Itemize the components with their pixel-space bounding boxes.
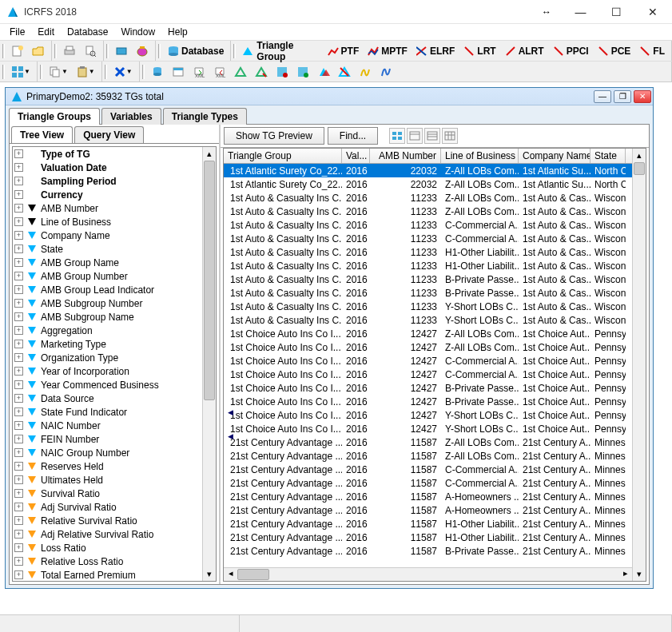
tree-item[interactable]: + Reserves Held [13, 459, 216, 473]
header-amb[interactable]: AMB Number [370, 149, 441, 163]
scroll-thumb[interactable] [634, 162, 645, 175]
expand-icon[interactable]: + [14, 448, 23, 457]
expand-icon[interactable]: + [14, 421, 23, 430]
scroll-left[interactable]: ◂ [224, 568, 237, 581]
tree-item[interactable]: + AMB Subgroup Number [13, 296, 216, 310]
grid-row[interactable]: 1st Auto & Casualty Ins C... 2016 11233 … [224, 259, 632, 272]
header-lob[interactable]: Line of Business [441, 149, 519, 163]
ptf-tab[interactable]: PTF [324, 42, 363, 60]
pce-tab[interactable]: PCE [594, 42, 634, 60]
expand-icon[interactable]: + [14, 435, 23, 443]
expand-icon[interactable]: + [14, 326, 23, 335]
grid-row[interactable]: 1st Choice Auto Ins Co I... 2016 12427 C… [224, 354, 632, 368]
grid-row[interactable]: 21st Century Advantage ... 2016 11587 C-… [224, 463, 632, 476]
tree-item[interactable]: + Ultimates Held [13, 473, 216, 487]
grid-row[interactable]: 1st Atlantic Surety Co_22... 2016 22032 … [224, 164, 632, 177]
tab-variables[interactable]: Variables [101, 108, 161, 125]
tree-item[interactable]: + Sampling Period [13, 174, 216, 188]
menu-file[interactable]: File [3, 25, 31, 39]
expand-icon[interactable]: + [14, 503, 23, 511]
grid-row[interactable]: 21st Century Advantage ... 2016 11587 B-… [224, 544, 632, 558]
tree-item[interactable]: + AMB Subgroup Name [13, 310, 216, 324]
tree-item[interactable]: + Year Commenced Business [13, 378, 216, 392]
grid-header[interactable]: Triangle Group Val... AMB Number Line of… [224, 149, 646, 164]
view-mode-icon-3[interactable] [424, 128, 440, 144]
grid-row[interactable]: 1st Choice Auto Ins Co I... 2016 12427 Z… [224, 327, 632, 340]
tree-item[interactable]: + Total Earned Premium [13, 568, 216, 582]
tree-item[interactable]: + Data Source [13, 392, 216, 405]
mptf-tab[interactable]: MPTF [364, 42, 411, 60]
grid-row[interactable]: 1st Choice Auto Ins Co I... 2016 12427 C… [224, 368, 632, 381]
tab-triangle-types[interactable]: Triangle Types [163, 108, 247, 125]
expand-icon[interactable]: + [14, 272, 23, 280]
alrt-tab[interactable]: ALRT [501, 42, 547, 60]
tree-vscroll[interactable]: ▴ ▾ [202, 147, 216, 581]
view-mode-icon-1[interactable] [389, 128, 405, 144]
tree-item[interactable]: + Loss Ratio [13, 541, 216, 554]
grid-row[interactable]: 1st Auto & Casualty Ins C... 2016 11233 … [224, 313, 632, 327]
print-button[interactable] [60, 42, 79, 60]
grid-hscroll[interactable]: ◂ ▸ [224, 567, 632, 581]
tree-item[interactable]: + Year of Incorporation [13, 364, 216, 378]
db-icon-1[interactable] [148, 63, 167, 81]
tree-item[interactable]: + Type of TG [13, 147, 216, 161]
maximize-button[interactable]: ☐ [598, 0, 634, 23]
db-icon-2[interactable] [169, 63, 188, 81]
grid-dropdown[interactable]: ▼ [8, 63, 34, 81]
tree-item[interactable]: + AMB Group Lead Indicator [13, 283, 216, 296]
preview-button[interactable] [81, 42, 100, 60]
new-button[interactable] [8, 42, 27, 60]
expand-icon[interactable]: + [14, 462, 23, 471]
grid-row[interactable]: 1st Auto & Casualty Ins C... 2016 11233 … [224, 286, 632, 300]
expand-icon[interactable]: + [14, 570, 23, 579]
close-button[interactable]: ✕ [634, 0, 670, 23]
tool-d[interactable] [293, 63, 312, 81]
tree-item[interactable]: + Survival Ratio [13, 487, 216, 500]
tree-item[interactable]: + Organization Type [13, 351, 216, 364]
scroll-down[interactable]: ▾ [633, 567, 646, 581]
tree-item[interactable]: + Adj Relative Survival Ratio [13, 527, 216, 541]
tool-g[interactable] [356, 63, 375, 81]
expand-icon[interactable]: + [14, 217, 23, 226]
grid-row[interactable]: 1st Auto & Casualty Ins C... 2016 11233 … [224, 205, 632, 218]
expand-icon[interactable]: + [14, 557, 23, 566]
xml-import[interactable]: XML [210, 63, 229, 81]
fl-tab[interactable]: FL [635, 42, 668, 60]
header-val[interactable]: Val... [342, 149, 370, 163]
view-mode-icon-2[interactable] [407, 128, 423, 144]
tool-f[interactable] [335, 63, 354, 81]
expand-icon[interactable]: + [14, 177, 23, 185]
grid-row[interactable]: 21st Century Advantage ... 2016 11587 H1… [224, 531, 632, 544]
tree-item[interactable]: + Line of Business [13, 215, 216, 229]
menu-database[interactable]: Database [61, 25, 114, 39]
show-tg-preview-button[interactable]: Show TG Preview [224, 127, 324, 145]
tree-item[interactable]: + AMB Group Name [13, 256, 216, 269]
expand-icon[interactable]: + [14, 543, 23, 552]
tree-item[interactable]: + Relative Survival Ratio [13, 514, 216, 527]
database-tab[interactable]: Database [164, 42, 227, 60]
tree-item[interactable]: + AMB Group Number [13, 269, 216, 283]
grid-row[interactable]: 1st Auto & Casualty Ins C... 2016 11233 … [224, 245, 632, 259]
icon-btn-b[interactable] [133, 42, 152, 60]
grid-row[interactable]: 1st Auto & Casualty Ins C... 2016 11233 … [224, 191, 632, 205]
grid-row[interactable]: 1st Choice Auto Ins Co I... 2016 12427 Y… [224, 408, 632, 422]
tree-item[interactable]: + Adj Survival Ratio [13, 500, 216, 514]
grid-row[interactable]: 21st Century Advantage ... 2016 11587 Z-… [224, 435, 632, 449]
grid-row[interactable]: 21st Century Advantage ... 2016 11587 C-… [224, 476, 632, 490]
tree-item[interactable]: + Marketing Type [13, 337, 216, 351]
expand-icon[interactable]: + [14, 231, 23, 240]
grid-row[interactable]: 21st Century Advantage ... 2016 11587 A-… [224, 503, 632, 517]
expand-icon[interactable]: + [14, 244, 23, 253]
expand-icon[interactable]: + [14, 516, 23, 525]
scroll-right[interactable]: ▸ [618, 568, 632, 581]
grid-row[interactable]: 1st Choice Auto Ins Co I... 2016 12427 Z… [224, 340, 632, 354]
expand-icon[interactable]: + [14, 312, 23, 321]
tool-b[interactable] [252, 63, 271, 81]
grid-row[interactable]: 1st Choice Auto Ins Co I... 2016 12427 B… [224, 381, 632, 395]
tree-item[interactable]: + State [13, 242, 216, 256]
grid-row[interactable]: 1st Choice Auto Ins Co I... 2016 12427 Y… [224, 422, 632, 435]
expand-icon[interactable]: + [14, 285, 23, 294]
expand-icon[interactable]: + [14, 380, 23, 389]
expand-icon[interactable]: + [14, 367, 23, 376]
elrf-tab[interactable]: ELRF [412, 42, 458, 60]
